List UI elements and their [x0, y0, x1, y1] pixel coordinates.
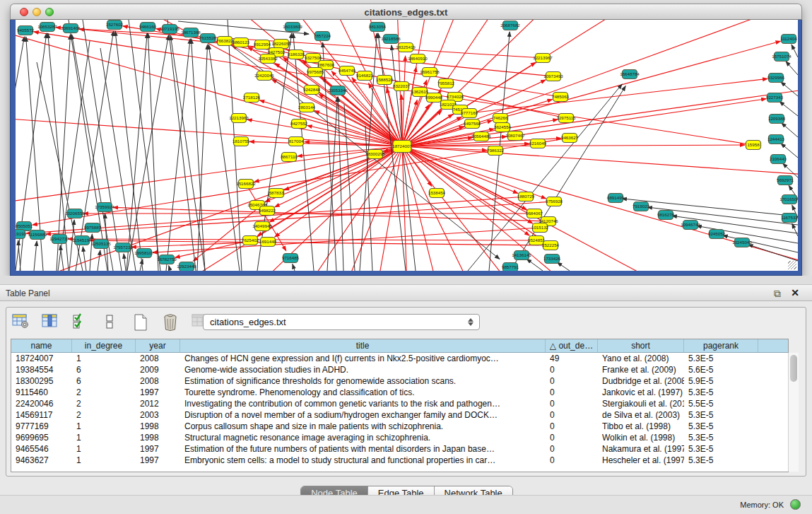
yellow-node-7485063[interactable]: 7485063	[552, 93, 570, 102]
yellow-node-6497568[interactable]: 6497568	[464, 119, 481, 129]
column-header-out_de[interactable]: △ out_de…	[546, 339, 598, 352]
yellow-node-9498222[interactable]: 9498222	[259, 206, 276, 216]
yellow-node-12213967[interactable]: 12213967	[533, 54, 553, 63]
table-selector-combo[interactable]: citations_edges.txt	[203, 314, 480, 330]
teal-node-1527602[interactable]: 1527602	[106, 21, 124, 30]
teal-node-9716485[interactable]: 9716485	[282, 254, 300, 263]
yellow-node-1691440[interactable]: 1691440	[259, 238, 277, 247]
yellow-node-18724007[interactable]: 18724007	[392, 141, 412, 153]
table-row[interactable]: 946554611997Estimation of the future num…	[11, 443, 788, 455]
teal-node-11156889[interactable]: 11156889	[28, 230, 47, 240]
table-row[interactable]: 2242004622012Investigating the contribut…	[11, 398, 788, 409]
yellow-node-8427552[interactable]: 8427552	[290, 119, 308, 129]
teal-node-15751074[interactable]: 15751074	[772, 52, 792, 62]
teal-node-14136141[interactable]: 14136141	[512, 251, 531, 260]
teal-node-16648784[interactable]: 16648784	[620, 70, 640, 79]
yellow-node-9975685[interactable]: 9975685	[307, 68, 324, 77]
close-panel-icon[interactable]: ✕	[791, 287, 799, 298]
yellow-node-12213963[interactable]: 12213963	[229, 114, 249, 123]
table-row[interactable]: 977716911998Corpus callosum shape and si…	[11, 421, 788, 432]
table-row[interactable]: 1830029562008Estimation of significance …	[11, 375, 788, 387]
teal-node-8813054[interactable]: 8813054	[369, 23, 387, 32]
yellow-node-8322037[interactable]: 8322037	[393, 82, 411, 91]
teal-node-20053346[interactable]: 20053346	[328, 86, 348, 95]
teal-node-12923448[interactable]: 12923448	[177, 262, 196, 271]
panel-divider[interactable]	[0, 276, 812, 284]
teal-node-18671388[interactable]: 18671388	[181, 28, 201, 37]
teal-node-7615526[interactable]: 7615526	[199, 34, 217, 43]
yellow-node-9463627[interactable]: 9463627	[561, 134, 579, 143]
table-row[interactable]: 911546021997Tourette syndrome. Phenomeno…	[11, 387, 788, 398]
teal-node-5692971[interactable]: 5692971	[777, 176, 794, 185]
teal-node-10719195[interactable]: 10719195	[160, 25, 180, 34]
select-all-icon[interactable]	[71, 312, 90, 332]
yellow-node-7625402[interactable]: 7625402	[242, 236, 259, 245]
new-table-icon[interactable]	[131, 312, 151, 332]
teal-node-9405572[interactable]: 9405572	[17, 26, 35, 35]
yellow-node-746266[interactable]: 746266	[493, 114, 508, 123]
teal-node-12942737[interactable]: 12942737	[49, 235, 69, 244]
column-header-year[interactable]: year	[136, 339, 180, 352]
yellow-node-9777169[interactable]: 9777169	[461, 109, 478, 118]
vertical-scrollbar[interactable]	[788, 353, 799, 472]
yellow-node-7955812[interactable]: 7955812	[437, 79, 455, 88]
table-row[interactable]: 1938455462009Genome-wide association stu…	[11, 364, 788, 375]
yellow-node-8867110[interactable]: 8867110	[281, 153, 298, 162]
scrollbar-thumb[interactable]	[790, 355, 797, 382]
teal-node-19958107[interactable]: 19958107	[134, 249, 154, 258]
teal-node-10245043[interactable]: 10245043	[732, 238, 752, 247]
teal-node-9857791[interactable]: 9857791	[502, 263, 519, 271]
yellow-node-8990448[interactable]: 8990448	[425, 93, 443, 103]
deselect-rows-icon[interactable]	[100, 312, 120, 332]
table-row[interactable]: 1872400712008Changes of HCN gene express…	[11, 353, 788, 364]
yellow-node-2803144[interactable]: 2803144	[298, 103, 316, 112]
yellow-node-10807467[interactable]: 10807467	[505, 132, 525, 141]
network-canvas[interactable]: 1872400776638229860123891295418226058942…	[16, 20, 798, 271]
column-header-in_degree[interactable]: in_degree	[72, 339, 136, 352]
teal-node-19218586[interactable]: 19218586	[381, 35, 401, 44]
yellow-node-2522254[interactable]: 2522254	[542, 241, 560, 250]
teal-node-9329966[interactable]: 9329966	[767, 74, 785, 83]
teal-node-1167533[interactable]: 1167533	[781, 214, 798, 223]
yellow-node-14049948[interactable]: 14049948	[252, 222, 272, 231]
yellow-node-18226058[interactable]: 18226058	[271, 40, 291, 49]
yellow-node-16961758[interactable]: 16961758	[420, 68, 440, 77]
yellow-node-9860123[interactable]: 9860123	[233, 38, 250, 47]
yellow-node-10543382[interactable]: 10543382	[258, 54, 278, 64]
teal-node-9245052[interactable]: 9245052	[708, 230, 726, 239]
teal-node-1209388[interactable]: 1209388	[768, 115, 786, 124]
teal-node-16033809[interactable]: 16033809	[283, 23, 302, 32]
teal-node-20687682[interactable]: 20687682	[500, 21, 520, 30]
yellow-node-9146821[interactable]: 9146821	[356, 71, 374, 81]
teal-node-6891499[interactable]: 6891499	[607, 194, 625, 203]
yellow-node-1810755[interactable]: 1810755	[233, 137, 250, 146]
teal-node-9816278[interactable]: 9816278	[657, 211, 675, 220]
teal-node-2106443[interactable]: 2106443	[770, 155, 787, 164]
yellow-node-15166822[interactable]: 15166822	[236, 180, 256, 189]
yellow-node-817004[interactable]: 817004	[289, 137, 304, 146]
teal-node-10946743[interactable]: 10946743	[681, 221, 700, 230]
yellow-node-1588520[interactable]: 1588520	[376, 76, 394, 85]
table-row[interactable]: 1456911722003Disruption of a novel membe…	[11, 409, 788, 421]
float-panel-icon[interactable]: ⧉	[774, 288, 781, 300]
table-settings-icon[interactable]	[11, 312, 30, 332]
teal-node-20691406[interactable]: 20691406	[61, 24, 81, 33]
column-header-name[interactable]: name	[11, 339, 72, 352]
teal-node-17359924[interactable]: 17359924	[95, 203, 114, 212]
column-chooser-icon[interactable]	[40, 312, 60, 332]
teal-node-1733426[interactable]: 1733426	[543, 255, 561, 264]
teal-node-9319193[interactable]: 9319193	[16, 230, 27, 239]
column-header-pagerank[interactable]: pagerank	[684, 339, 758, 352]
yellow-node-9684067[interactable]: 9684067	[526, 209, 543, 218]
teal-node-17016504[interactable]: 17016504	[779, 195, 798, 204]
teal-node-1244413[interactable]: 1244413	[767, 135, 785, 144]
column-header-title[interactable]: title	[180, 339, 546, 352]
yellow-node-1015132[interactable]: 1015132	[531, 223, 549, 233]
teal-node-20206556[interactable]: 20206556	[65, 209, 85, 218]
yellow-node-18325419[interactable]: 18325419	[396, 43, 416, 52]
yellow-node-2718126[interactable]: 2718126	[243, 93, 261, 103]
yellow-node-1880729[interactable]: 1880729	[517, 192, 535, 201]
teal-node-16782759[interactable]: 16782759	[157, 255, 177, 264]
yellow-node-6216049[interactable]: 6216049	[529, 139, 547, 148]
yellow-node-15958[interactable]: 15958	[746, 141, 761, 150]
